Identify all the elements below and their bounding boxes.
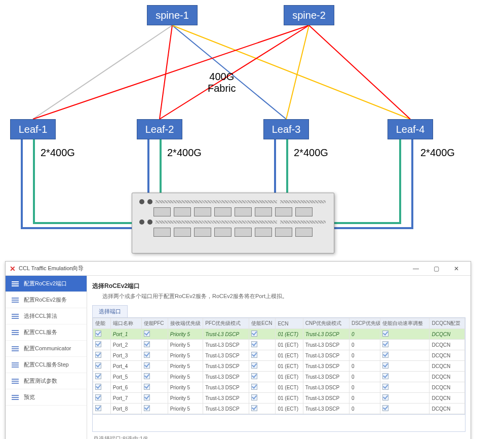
tab-select-ports[interactable]: 选择端口: [92, 305, 128, 317]
enable-checkbox[interactable]: [95, 405, 101, 411]
fabric-label: 400G Fabric: [208, 71, 236, 94]
ecn-checkbox[interactable]: [251, 405, 257, 411]
sidebar-item-label: 选择CCL算法: [24, 312, 57, 320]
table-row[interactable]: Port_2Priority 5Trust-L3 DSCP01 (ECT)Tru…: [93, 340, 465, 350]
link-label-2: 2*400G: [167, 147, 202, 159]
titlebar: ✕ CCL Traffic Emulation向导 — ▢ ✕: [6, 262, 471, 276]
link-label-4: 2*400G: [420, 147, 455, 159]
svg-line-4: [33, 25, 309, 119]
column-header[interactable]: DSCP优先级: [349, 318, 380, 329]
ports-table: 使能端口名称使能PFC接收端优先级PFC优先级模式使能ECNECNCNP优先级模…: [92, 317, 466, 415]
autorate-checkbox[interactable]: [382, 384, 389, 390]
table-row[interactable]: Port_6Priority 5Trust-L3 DSCP01 (ECT)Tru…: [93, 382, 465, 393]
window-title: CCL Traffic Emulation向导: [19, 265, 406, 272]
sidebar-item-label: 配置CCL服务Step: [24, 361, 69, 369]
column-header[interactable]: 使能ECN: [249, 318, 276, 329]
enable-checkbox[interactable]: [95, 394, 101, 400]
enable-checkbox[interactable]: [95, 352, 101, 358]
menu-icon: [12, 298, 19, 303]
ecn-checkbox[interactable]: [251, 352, 257, 358]
panel-subtitle: 选择两个或多个端口用于配置RoCEv2服务，RoCEv2服务将在Port上模拟。: [92, 292, 466, 300]
close-button[interactable]: ✕: [446, 263, 467, 274]
pfc-checkbox[interactable]: [144, 362, 150, 369]
autorate-checkbox[interactable]: [382, 394, 389, 400]
chassis-device: [132, 193, 334, 253]
pfc-checkbox[interactable]: [144, 394, 150, 400]
wizard-main: 选择RoCEv2端口 选择两个或多个端口用于配置RoCEv2服务，RoCEv2服…: [87, 276, 471, 439]
menu-icon: [12, 379, 19, 384]
sidebar-item-3[interactable]: 配置CCL服务: [6, 324, 87, 341]
autorate-checkbox[interactable]: [382, 362, 389, 369]
table-row[interactable]: Port_4Priority 5Trust-L3 DSCP01 (ECT)Tru…: [93, 361, 465, 372]
enable-checkbox[interactable]: [95, 331, 101, 337]
maximize-button[interactable]: ▢: [426, 263, 446, 274]
sidebar-item-label: 配置RoCEv2端口: [24, 280, 67, 287]
sidebar-item-label: 配置RoCEv2服务: [24, 296, 67, 304]
link-label-1: 2*400G: [41, 147, 75, 159]
leaf-1-node: Leaf-1: [10, 119, 56, 139]
topology-diagram: spine-1 spine-2 Leaf-1 Leaf-2 Leaf-3 Lea…: [5, 5, 499, 259]
column-header[interactable]: PFC优先级模式: [203, 318, 249, 329]
minimize-button[interactable]: —: [406, 263, 426, 274]
column-header[interactable]: 端口名称: [110, 318, 141, 329]
column-header[interactable]: ECN: [276, 318, 303, 329]
wizard-sidebar: 配置RoCEv2端口配置RoCEv2服务选择CCL算法配置CCL服务配置Comm…: [6, 276, 87, 439]
autorate-checkbox[interactable]: [382, 352, 389, 358]
autorate-checkbox[interactable]: [382, 373, 389, 379]
menu-icon: [12, 395, 19, 400]
autorate-checkbox[interactable]: [382, 405, 389, 411]
table-row[interactable]: Port_7Priority 5Trust-L3 DSCP01 (ECT)Tru…: [93, 393, 465, 404]
autorate-checkbox[interactable]: [382, 331, 389, 337]
pfc-checkbox[interactable]: [144, 331, 150, 337]
sidebar-item-4[interactable]: 配置Communicator: [6, 341, 87, 357]
table-spacer: [92, 415, 466, 432]
pfc-checkbox[interactable]: [144, 405, 150, 411]
autorate-checkbox[interactable]: [382, 341, 389, 347]
sidebar-item-label: 配置Communicator: [24, 345, 71, 352]
ecn-checkbox[interactable]: [251, 394, 257, 400]
svg-line-7: [309, 25, 410, 119]
selection-summary: 总选择端口:8|选中:1/8: [92, 432, 466, 439]
column-header[interactable]: DCQCN配置: [430, 318, 465, 329]
panel-title: 选择RoCEv2端口: [92, 282, 466, 290]
ecn-checkbox[interactable]: [251, 341, 257, 347]
leaf-3-node: Leaf-3: [263, 119, 309, 139]
enable-checkbox[interactable]: [95, 341, 101, 347]
sidebar-item-1[interactable]: 配置RoCEv2服务: [6, 292, 87, 308]
enable-checkbox[interactable]: [95, 384, 101, 390]
pfc-checkbox[interactable]: [144, 352, 150, 358]
enable-checkbox[interactable]: [95, 373, 101, 379]
sidebar-item-label: 预览: [24, 393, 35, 401]
pfc-checkbox[interactable]: [144, 384, 150, 390]
enable-checkbox[interactable]: [95, 362, 101, 369]
sidebar-item-label: 配置测试参数: [24, 377, 57, 385]
column-header[interactable]: 接收端优先级: [168, 318, 203, 329]
app-icon: ✕: [10, 265, 16, 273]
menu-icon: [12, 362, 19, 368]
sidebar-item-7[interactable]: 预览: [6, 389, 87, 406]
column-header[interactable]: CNP优先级模式: [303, 318, 349, 329]
spine-2-node: spine-2: [284, 5, 334, 25]
sidebar-item-6[interactable]: 配置测试参数: [6, 373, 87, 389]
leaf-4-node: Leaf-4: [387, 119, 433, 139]
ecn-checkbox[interactable]: [251, 362, 257, 369]
menu-icon: [12, 330, 19, 335]
column-header[interactable]: 使能自动速率调整: [380, 318, 430, 329]
ecn-checkbox[interactable]: [251, 331, 257, 337]
pfc-checkbox[interactable]: [144, 341, 150, 347]
column-header[interactable]: 使能PFC: [141, 318, 168, 329]
column-header[interactable]: 使能: [93, 318, 111, 329]
ecn-checkbox[interactable]: [251, 384, 257, 390]
menu-icon: [12, 314, 19, 319]
table-row[interactable]: Port_1Priority 5Trust-L3 DSCP01 (ECT)Tru…: [93, 329, 465, 340]
ecn-checkbox[interactable]: [251, 373, 257, 379]
menu-icon: [12, 281, 19, 286]
table-row[interactable]: Port_3Priority 5Trust-L3 DSCP01 (ECT)Tru…: [93, 350, 465, 361]
sidebar-item-0[interactable]: 配置RoCEv2端口: [6, 276, 87, 292]
table-row[interactable]: Port_8Priority 5Trust-L3 DSCP01 (ECT)Tru…: [93, 404, 465, 414]
pfc-checkbox[interactable]: [144, 373, 150, 379]
spine-1-node: spine-1: [147, 5, 198, 25]
table-row[interactable]: Port_5Priority 5Trust-L3 DSCP01 (ECT)Tru…: [93, 372, 465, 382]
sidebar-item-5[interactable]: 配置CCL服务Step: [6, 357, 87, 373]
sidebar-item-2[interactable]: 选择CCL算法: [6, 308, 87, 324]
